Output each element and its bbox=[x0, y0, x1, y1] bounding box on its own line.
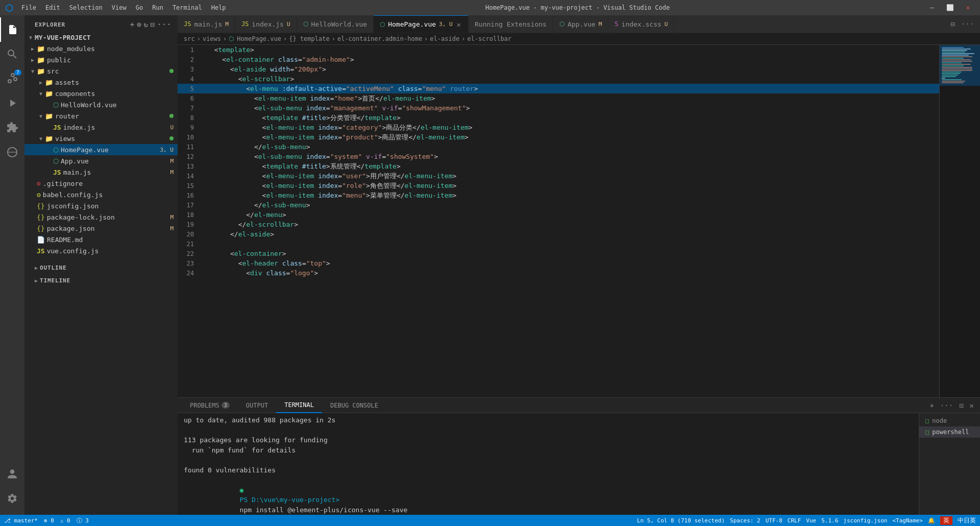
tree-jsconfig[interactable]: ▶ {} jsconfig.json bbox=[24, 200, 178, 211]
minimap[interactable] bbox=[939, 45, 980, 397]
collapse-icon[interactable]: ⊟ bbox=[151, 20, 155, 29]
new-folder-icon[interactable]: ⊕ bbox=[137, 20, 141, 29]
breadcrumb-scrollbar[interactable]: el-scrollbar bbox=[467, 35, 511, 42]
tree-gitignore[interactable]: ▶ ⊙ .gitignore bbox=[24, 178, 178, 189]
code-editor[interactable]: 1 <template> 2 <el-container class="admi… bbox=[178, 45, 939, 397]
tab-app-vue[interactable]: ⬡ App.vue M bbox=[553, 15, 608, 33]
menu-help[interactable]: Help bbox=[207, 3, 230, 12]
tree-views[interactable]: ▼ 📁 views bbox=[24, 133, 178, 144]
more-tabs-icon[interactable]: ··· bbox=[959, 18, 976, 30]
encoding[interactable]: UTF-8 bbox=[766, 517, 782, 524]
breadcrumb-container[interactable]: el-container.admin-home bbox=[337, 35, 422, 42]
panel-more-icon[interactable]: ··· bbox=[938, 399, 955, 412]
tree-components[interactable]: ▼ 📁 components bbox=[24, 88, 178, 99]
tab-bar-actions[interactable]: ⊟ ··· bbox=[948, 18, 980, 30]
indentation[interactable]: Spaces: 2 bbox=[730, 517, 761, 524]
tab-main-js[interactable]: JS main.js M bbox=[178, 15, 235, 33]
tab-homepage-vue[interactable]: ⬡ HomePage.vue 3, U ✕ bbox=[374, 15, 469, 33]
breadcrumb-views[interactable]: views bbox=[203, 35, 221, 42]
tree-router[interactable]: ▼ 📁 router bbox=[24, 110, 178, 122]
panel-tab-output[interactable]: OUTPUT bbox=[238, 398, 276, 413]
tab-running-extensions[interactable]: Running Extensions bbox=[469, 15, 553, 33]
cursor-position[interactable]: Ln 5, Col 8 (710 selected) bbox=[637, 517, 725, 524]
ime-indicator[interactable]: 英 bbox=[940, 516, 952, 525]
sidebar-header-actions[interactable]: + ⊕ ↻ ⊟ ··· bbox=[130, 20, 172, 29]
line-ending[interactable]: CRLF bbox=[788, 517, 801, 524]
outline-label[interactable]: OUTLINE bbox=[40, 265, 67, 271]
tree-package-lock[interactable]: ▶ {} package-lock.json M bbox=[24, 211, 178, 223]
notifications[interactable]: 🔔 bbox=[928, 517, 935, 524]
menu-edit[interactable]: Edit bbox=[41, 3, 64, 12]
tree-router-index[interactable]: ▶ JS index.js U bbox=[24, 122, 178, 133]
terminal-powershell[interactable]: □ powershell bbox=[919, 426, 980, 438]
project-root[interactable]: ▼ MY-VUE-PROJECT bbox=[24, 32, 178, 43]
tree-readme[interactable]: ▶ 📄 README.md bbox=[24, 234, 178, 245]
activity-bar-run[interactable] bbox=[0, 91, 24, 115]
tab-close-button[interactable]: ✕ bbox=[456, 20, 462, 29]
tree-helloworld-vue[interactable]: ▶ ⬡ HelloWorld.vue bbox=[24, 99, 178, 110]
activity-bar-extensions[interactable] bbox=[0, 115, 24, 140]
tree-node-modules[interactable]: ▶ 📁 node_modules bbox=[24, 43, 178, 54]
more-actions-icon[interactable]: ··· bbox=[157, 20, 172, 29]
timeline-section[interactable]: ▶ TIMELINE bbox=[24, 273, 178, 286]
tree-app-vue[interactable]: ▶ ⬡ App.vue M bbox=[24, 155, 178, 166]
error-count[interactable]: ⊗ 0 bbox=[44, 517, 54, 524]
panel-actions[interactable]: + ··· ⊡ ✕ bbox=[927, 399, 976, 412]
activity-bar-remote[interactable] bbox=[0, 140, 24, 164]
panel-maximize-icon[interactable]: ⊡ bbox=[957, 399, 965, 412]
menu-terminal[interactable]: Terminal bbox=[168, 3, 206, 12]
terminal-content[interactable]: up to date, audited 988 packages in 2s 1… bbox=[178, 413, 919, 515]
panel-tab-debug-console[interactable]: DEBUG CONSOLE bbox=[322, 398, 386, 413]
tree-homepage-vue[interactable]: ▶ ⬡ HomePage.vue 3, U bbox=[24, 144, 178, 155]
menu-go[interactable]: Go bbox=[132, 3, 147, 12]
breadcrumb-file[interactable]: HomePage.vue bbox=[237, 35, 281, 42]
breadcrumb-template[interactable]: {} template bbox=[289, 35, 329, 42]
input-more[interactable]: 中日英 bbox=[958, 516, 976, 525]
tree-src[interactable]: ▼ 📁 src bbox=[24, 65, 178, 77]
info-count[interactable]: ⓘ 3 bbox=[77, 517, 89, 524]
panel-close-icon[interactable]: ✕ bbox=[968, 399, 976, 412]
menu-file[interactable]: File bbox=[17, 3, 40, 12]
tree-main-js[interactable]: ▶ JS main.js M bbox=[24, 166, 178, 178]
menu-selection[interactable]: Selection bbox=[65, 3, 107, 12]
window-controls[interactable]: — ⬜ ✕ bbox=[925, 2, 975, 13]
menu-view[interactable]: View bbox=[108, 3, 131, 12]
tree-vue-config[interactable]: ▶ JS vue.config.js bbox=[24, 245, 178, 256]
vetur-version[interactable]: 5.1.6 bbox=[821, 517, 838, 524]
tree-public[interactable]: ▶ 📁 public bbox=[24, 54, 178, 65]
activity-bar-explorer[interactable] bbox=[0, 17, 24, 42]
add-terminal-icon[interactable]: + bbox=[927, 399, 936, 412]
terminal-node[interactable]: □ node bbox=[919, 415, 980, 426]
tag-name[interactable]: <TagName> bbox=[892, 517, 923, 524]
tab-helloworld-vue[interactable]: ⬡ HelloWorld.vue bbox=[297, 15, 374, 33]
split-editor-icon[interactable]: ⊟ bbox=[948, 18, 957, 30]
warning-count[interactable]: ⚠ 0 bbox=[60, 517, 70, 524]
activity-bar-search[interactable] bbox=[0, 42, 24, 66]
config-file[interactable]: jsconfig.json bbox=[843, 517, 887, 524]
language-mode[interactable]: Vue bbox=[806, 517, 816, 524]
activity-bar-source-control[interactable]: 7 bbox=[0, 66, 24, 91]
git-branch[interactable]: ⎇ master* bbox=[4, 517, 38, 524]
timeline-label[interactable]: TIMELINE bbox=[40, 277, 70, 284]
activity-bar-settings[interactable] bbox=[0, 486, 24, 511]
panel-tab-terminal[interactable]: TERMINAL bbox=[276, 398, 322, 413]
menu-bar[interactable]: File Edit Selection View Go Run Terminal… bbox=[17, 3, 230, 12]
maximize-button[interactable]: ⬜ bbox=[941, 2, 959, 13]
tree-assets[interactable]: ▶ 📁 assets bbox=[24, 77, 178, 88]
close-button[interactable]: ✕ bbox=[961, 2, 975, 13]
refresh-icon[interactable]: ↻ bbox=[143, 20, 148, 29]
panel-tab-problems[interactable]: PROBLEMS 3 bbox=[182, 398, 238, 413]
activity-bar-accounts[interactable] bbox=[0, 462, 24, 486]
minimap-line bbox=[942, 56, 972, 57]
outline-section[interactable]: ▶ OUTLINE bbox=[24, 260, 178, 273]
extensions-icon bbox=[6, 122, 18, 134]
minimize-button[interactable]: — bbox=[925, 2, 939, 13]
tab-index-scss[interactable]: S index.scss U bbox=[608, 15, 674, 33]
tree-babel[interactable]: ▶ ⚙ babel.config.js bbox=[24, 189, 178, 200]
breadcrumb-aside[interactable]: el-aside bbox=[430, 35, 459, 42]
tree-package[interactable]: ▶ {} package.json M bbox=[24, 223, 178, 234]
menu-run[interactable]: Run bbox=[148, 3, 167, 12]
breadcrumb-src[interactable]: src bbox=[184, 35, 195, 42]
new-file-icon[interactable]: + bbox=[130, 20, 135, 29]
tab-index-js[interactable]: JS index.js U bbox=[235, 15, 297, 33]
